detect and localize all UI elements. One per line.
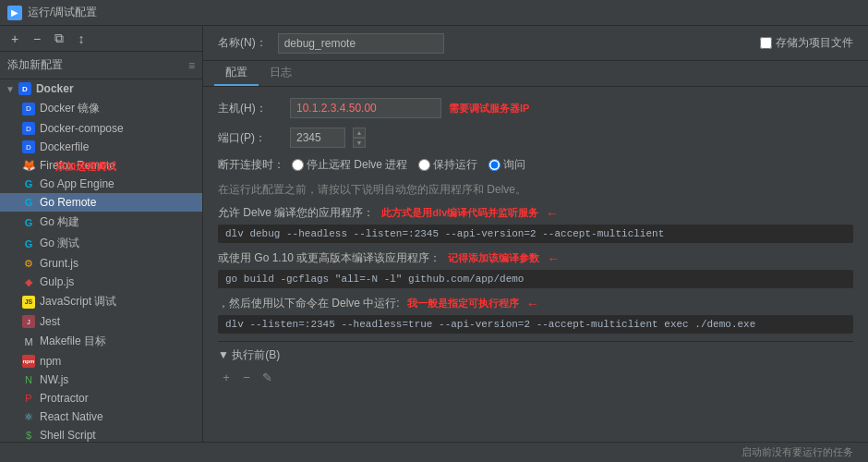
host-row: 主机(H)： 需要调试服务器IP xyxy=(218,98,853,118)
docker-compose-icon: D xyxy=(22,122,35,135)
makefile-label: Makefile 目标 xyxy=(40,334,106,349)
gulp-icon: ◆ xyxy=(22,275,35,288)
config-item-go-app-engine[interactable]: G Go App Engine xyxy=(0,175,202,193)
sort-config-toolbar-btn[interactable]: ↕ xyxy=(72,30,90,48)
config-item-gulp[interactable]: ◆ Gulp.js xyxy=(0,273,202,291)
tab-config-label: 配置 xyxy=(225,65,247,80)
config-tree: ▼ D Docker D Docker 镜像 D Docker-compose … xyxy=(0,79,202,442)
section1-row: 允许 Delve 编译您的应用程序： 此方式是用dlv编译代码并监听服务 ← xyxy=(218,205,853,221)
status-bar: 启动前没有要运行的任务 xyxy=(0,442,868,462)
disconnect-radio-group: 停止远程 Delve 进程 保持运行 询问 xyxy=(292,157,525,173)
add-config-label: 添加新配置 xyxy=(7,57,188,73)
filter-icon: ≡ xyxy=(188,59,195,72)
left-panel: + − ⧉ ↕ 添加新配置 ≡ ▼ D Docker D Docker 镜像 xyxy=(0,26,203,442)
title-bar: ▶ 运行/调试配置 xyxy=(0,0,868,26)
remove-config-toolbar-btn[interactable]: − xyxy=(28,30,46,48)
jest-icon: J xyxy=(22,315,35,328)
gulp-label: Gulp.js xyxy=(40,275,74,288)
code-block-2: go build -gcflags "all=-N -l" github.com… xyxy=(218,270,853,288)
exec-edit-btn[interactable]: ✎ xyxy=(259,369,275,385)
config-item-docker-compose[interactable]: D Docker-compose xyxy=(0,119,202,138)
config-item-shell-script[interactable]: $ Shell Script xyxy=(0,426,202,442)
docker-group-icon: D xyxy=(18,82,31,95)
go-build-icon: G xyxy=(22,216,35,229)
section1-hint: 此方式是用dlv编译代码并监听服务 xyxy=(381,206,538,220)
radio-ask-label: 询问 xyxy=(503,157,525,173)
dockerfile-label: Dockerfile xyxy=(40,140,89,153)
config-item-protractor[interactable]: P Protractor xyxy=(0,389,202,407)
radio-stop-label: 停止远程 Delve 进程 xyxy=(307,157,407,173)
config-item-grunt[interactable]: ⚙ Grunt.js xyxy=(0,254,202,273)
exec-remove-btn[interactable]: − xyxy=(238,369,255,385)
port-row: 端口(P)： ▲ ▼ xyxy=(218,128,853,148)
host-label: 主机(H)： xyxy=(218,101,283,116)
config-item-dockerfile[interactable]: D Dockerfile xyxy=(0,138,202,156)
config-item-makefile[interactable]: M Makefile 目标 xyxy=(0,331,202,352)
docker-group: ▼ D Docker D Docker 镜像 D Docker-compose … xyxy=(0,79,202,156)
add-config-toolbar-btn[interactable]: + xyxy=(6,30,24,48)
desc-text: 在运行此配置之前，请按以下说明自动您的应用程序和 Delve。 xyxy=(218,182,853,198)
go-app-engine-icon: G xyxy=(22,177,35,190)
tab-log[interactable]: 日志 xyxy=(259,61,303,86)
radio-keep[interactable]: 保持运行 xyxy=(418,157,477,173)
docker-group-label: Docker xyxy=(36,82,74,95)
save-checkbox-area: 存储为项目文件 xyxy=(760,35,853,51)
section1-arrow: ← xyxy=(546,206,559,221)
shell-script-icon: $ xyxy=(22,429,35,442)
tab-log-label: 日志 xyxy=(270,65,292,80)
window-icon: ▶ xyxy=(7,6,22,20)
nwjs-icon: N xyxy=(22,373,35,386)
window-title: 运行/调试配置 xyxy=(28,5,97,20)
code-block-1: dlv debug --headless --listen=:2345 --ap… xyxy=(218,225,853,243)
config-item-js-debug[interactable]: JS JavaScript 调试 xyxy=(0,291,202,312)
go-remote-icon: G xyxy=(22,196,35,209)
jest-label: Jest xyxy=(40,315,60,328)
exec-toolbar: + − ✎ xyxy=(218,367,853,387)
disconnect-row: 断开连接时： 停止远程 Delve 进程 保持运行 询问 xyxy=(218,157,853,173)
before-exec-section: ▼ 执行前(B) xyxy=(218,341,853,367)
config-item-go-build[interactable]: G Go 构建 xyxy=(0,212,202,233)
host-input[interactable] xyxy=(290,98,441,118)
config-item-go-test[interactable]: G Go 测试 xyxy=(0,233,202,254)
config-item-docker-image[interactable]: D Docker 镜像 xyxy=(0,98,202,119)
tab-config[interactable]: 配置 xyxy=(214,61,259,86)
add-config-bar[interactable]: 添加新配置 ≡ xyxy=(0,52,202,79)
shell-script-label: Shell Script xyxy=(40,429,96,442)
radio-keep-input[interactable] xyxy=(418,159,430,171)
radio-keep-label: 保持运行 xyxy=(433,157,477,173)
config-toolbar: + − ⧉ ↕ xyxy=(0,26,202,52)
config-item-nwjs[interactable]: N NW.js xyxy=(0,371,202,389)
protractor-label: Protractor xyxy=(40,392,89,405)
config-item-npm[interactable]: npm npm xyxy=(0,352,202,371)
config-item-go-remote[interactable]: G Go Remote xyxy=(0,193,202,212)
nwjs-label: NW.js xyxy=(40,373,68,386)
firefox-remote-label: Firefox Remote xyxy=(40,159,115,172)
exec-add-btn[interactable]: + xyxy=(218,369,235,385)
config-item-react-native[interactable]: ⚛ React Native xyxy=(0,407,202,426)
right-header: 名称(N)： 存储为项目文件 xyxy=(203,26,868,61)
config-item-firefox-remote[interactable]: 🦊 Firefox Remote xyxy=(0,156,202,175)
section3-label: ，然后使用以下命令在 Delve 中运行: xyxy=(218,296,400,311)
radio-stop-input[interactable] xyxy=(292,159,304,171)
section3-row: ，然后使用以下命令在 Delve 中运行: 我一般是指定可执行程序 ← xyxy=(218,296,853,311)
makefile-icon: M xyxy=(22,335,35,348)
react-native-label: React Native xyxy=(40,410,103,423)
radio-stop[interactable]: 停止远程 Delve 进程 xyxy=(292,157,407,173)
port-stepper: ▲ ▼ xyxy=(353,128,366,148)
config-item-jest[interactable]: J Jest xyxy=(0,312,202,331)
go-test-icon: G xyxy=(22,237,35,250)
section3-arrow: ← xyxy=(526,297,539,311)
go-app-engine-label: Go App Engine xyxy=(40,177,115,190)
radio-ask-input[interactable] xyxy=(488,159,500,171)
name-input[interactable] xyxy=(278,33,444,54)
save-as-project-checkbox[interactable] xyxy=(760,37,772,49)
radio-ask[interactable]: 询问 xyxy=(488,157,525,173)
port-input[interactable] xyxy=(290,128,345,148)
js-debug-label: JavaScript 调试 xyxy=(40,294,116,310)
docker-group-header[interactable]: ▼ D Docker xyxy=(0,79,202,98)
port-up-btn[interactable]: ▲ xyxy=(353,128,366,138)
config-content: 主机(H)： 需要调试服务器IP 端口(P)： ▲ ▼ 断开连接时： 停止远程 … xyxy=(203,87,868,442)
docker-compose-label: Docker-compose xyxy=(40,122,124,135)
copy-config-toolbar-btn[interactable]: ⧉ xyxy=(50,30,68,48)
port-down-btn[interactable]: ▼ xyxy=(353,138,366,148)
